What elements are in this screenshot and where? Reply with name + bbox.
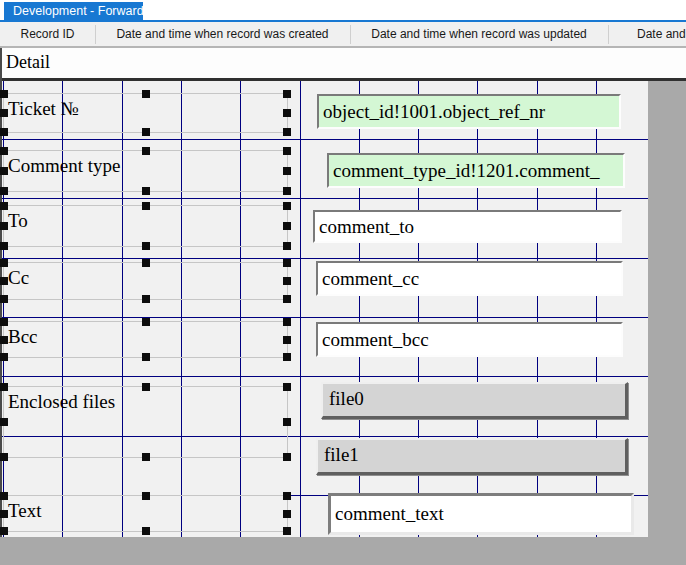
selection-handle[interactable] bbox=[0, 527, 8, 535]
selection-handle[interactable] bbox=[0, 453, 8, 461]
column-header-updated[interactable]: Date and time when record was updated bbox=[350, 22, 608, 46]
selection-handle[interactable] bbox=[283, 453, 291, 461]
field-comment-type[interactable]: comment_type_id!1201.comment_ bbox=[327, 153, 625, 188]
selection-handle[interactable] bbox=[283, 383, 291, 391]
selection-handle[interactable] bbox=[0, 259, 8, 267]
selection-handle[interactable] bbox=[283, 90, 291, 98]
selection-handle[interactable] bbox=[142, 453, 150, 461]
selection-handle[interactable] bbox=[142, 90, 150, 98]
selection-handle[interactable] bbox=[0, 277, 8, 285]
field-comment-cc[interactable]: comment_cc bbox=[316, 261, 623, 296]
selection-handle[interactable] bbox=[0, 147, 8, 155]
selection-handle[interactable] bbox=[0, 383, 8, 391]
selection-handle[interactable] bbox=[142, 242, 150, 250]
design-grid: Ticket № object_id!1001.object_ref_nr Co… bbox=[0, 81, 648, 537]
label-control-to[interactable]: To bbox=[3, 205, 288, 247]
detail-band-header[interactable]: Detail bbox=[0, 48, 686, 78]
file0-button[interactable]: file0 bbox=[321, 382, 628, 419]
field-comment-bcc[interactable]: comment_bcc bbox=[316, 322, 623, 357]
selection-handle[interactable] bbox=[142, 147, 150, 155]
selection-handle[interactable] bbox=[283, 353, 291, 361]
form-designer-window: Development - Forward* Record ID Date an… bbox=[0, 0, 686, 565]
selection-handle[interactable] bbox=[142, 527, 150, 535]
column-header-record-id[interactable]: Record ID bbox=[0, 22, 95, 46]
tab-development-forward[interactable]: Development - Forward* bbox=[4, 2, 143, 20]
selection-handle[interactable] bbox=[142, 259, 150, 267]
selection-handle[interactable] bbox=[0, 187, 8, 195]
selection-handle[interactable] bbox=[142, 295, 150, 303]
selection-handle[interactable] bbox=[142, 353, 150, 361]
label-control-ticket-nr[interactable]: Ticket № bbox=[3, 93, 288, 133]
selection-handle[interactable] bbox=[283, 109, 291, 117]
selection-handle[interactable] bbox=[0, 510, 8, 518]
selection-handle[interactable] bbox=[283, 202, 291, 210]
column-header-truncated[interactable]: Date and bbox=[608, 22, 686, 46]
field-object-ref-nr[interactable]: object_id!1001.object_ref_nr bbox=[317, 94, 621, 129]
label-control-text[interactable]: Text bbox=[3, 495, 288, 532]
column-header-created[interactable]: Date and time when record was created bbox=[95, 22, 350, 46]
selection-handle[interactable] bbox=[0, 167, 8, 175]
selection-handle[interactable] bbox=[142, 128, 150, 136]
selection-handle[interactable] bbox=[283, 336, 291, 344]
selection-handle[interactable] bbox=[0, 128, 8, 136]
selection-handle[interactable] bbox=[283, 128, 291, 136]
selection-handle[interactable] bbox=[283, 318, 291, 326]
form-left-border bbox=[0, 48, 2, 537]
selection-handle[interactable] bbox=[283, 147, 291, 155]
tab-bar: Development - Forward* bbox=[0, 0, 686, 20]
selection-handle[interactable] bbox=[283, 418, 291, 426]
selection-handle[interactable] bbox=[283, 167, 291, 175]
selection-handle[interactable] bbox=[283, 295, 291, 303]
file1-button[interactable]: file1 bbox=[316, 438, 628, 475]
selection-handle[interactable] bbox=[0, 90, 8, 98]
selection-handle[interactable] bbox=[0, 418, 8, 426]
selection-handle[interactable] bbox=[283, 277, 291, 285]
selection-handle[interactable] bbox=[142, 383, 150, 391]
field-comment-text[interactable]: comment_text bbox=[328, 493, 634, 535]
selection-handle[interactable] bbox=[142, 492, 150, 500]
selection-handle[interactable] bbox=[0, 318, 8, 326]
selection-handle[interactable] bbox=[0, 109, 8, 117]
selection-handle[interactable] bbox=[0, 222, 8, 230]
selection-handle[interactable] bbox=[283, 187, 291, 195]
label-control-cc[interactable]: Cc bbox=[3, 262, 288, 300]
detail-band-label: Detail bbox=[6, 52, 50, 73]
selection-handle[interactable] bbox=[0, 295, 8, 303]
label-control-comment-type[interactable]: Comment type bbox=[3, 150, 288, 192]
selection-handle[interactable] bbox=[0, 353, 8, 361]
selection-handle[interactable] bbox=[0, 242, 8, 250]
selection-handle[interactable] bbox=[283, 510, 291, 518]
selection-handle[interactable] bbox=[283, 492, 291, 500]
selection-handle[interactable] bbox=[283, 242, 291, 250]
selection-handle[interactable] bbox=[283, 259, 291, 267]
label-control-enclosed-files[interactable]: Enclosed files bbox=[3, 386, 288, 458]
selection-handle[interactable] bbox=[283, 527, 291, 535]
label-control-bcc[interactable]: Bcc bbox=[3, 321, 288, 358]
column-header-bar: Record ID Date and time when record was … bbox=[0, 22, 686, 48]
selection-handle[interactable] bbox=[283, 222, 291, 230]
selection-handle[interactable] bbox=[142, 202, 150, 210]
field-comment-to[interactable]: comment_to bbox=[313, 210, 622, 243]
selection-handle[interactable] bbox=[0, 492, 8, 500]
selection-handle[interactable] bbox=[0, 202, 8, 210]
selection-handle[interactable] bbox=[0, 336, 8, 344]
selection-handle[interactable] bbox=[142, 318, 150, 326]
selection-handle[interactable] bbox=[142, 187, 150, 195]
